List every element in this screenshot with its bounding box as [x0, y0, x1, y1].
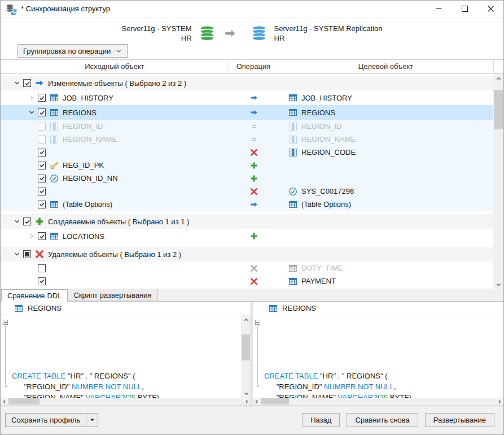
column-header-source[interactable]: Исходный объект — [1, 60, 229, 73]
chevron-down-icon[interactable] — [13, 79, 21, 87]
checkbox[interactable] — [38, 175, 46, 182]
ddl-right-table-name: REGIONS — [282, 304, 316, 312]
tree-row[interactable]: JOB_HISTORYJOB_HISTORY — [1, 90, 493, 105]
column-header-operation[interactable]: Операция — [229, 60, 278, 73]
expander-spacer — [28, 123, 36, 130]
scroll-up-arrow[interactable] — [493, 74, 503, 83]
source-object-label: REG_ID_PK — [63, 161, 104, 169]
checkbox[interactable] — [38, 188, 46, 195]
tree-row[interactable]: REGION_IDREGION_ID — [1, 120, 493, 133]
scroll-right-arrow[interactable] — [243, 398, 251, 405]
code-fold-icon[interactable] — [255, 320, 260, 325]
tab-deployment-script[interactable]: Скрипт развертывания — [68, 289, 157, 301]
source-object-label: REGION_ID — [63, 122, 103, 130]
checkbox[interactable] — [23, 79, 31, 87]
object-tree: Изменяемые объекты ( Выбрано 2 из 2 )JOB… — [1, 74, 503, 289]
checkbox[interactable] — [23, 218, 31, 225]
close-button[interactable] — [477, 1, 503, 17]
scroll-down-arrow[interactable] — [493, 280, 503, 289]
ddl-left-code[interactable]: CREATE TABLE "HR" . " REGIONS" ( "REGION… — [1, 315, 241, 398]
save-profile-dropdown-arrow[interactable] — [86, 414, 98, 427]
ddl-left-horizontal-scrollbar[interactable] — [1, 398, 251, 405]
scroll-down-arrow[interactable] — [241, 389, 251, 398]
expander-spacer — [28, 149, 36, 156]
column-header-target[interactable]: Целевой объект — [278, 60, 494, 73]
target-object-label: REGIONS — [301, 108, 335, 117]
checkbox[interactable] — [38, 264, 46, 272]
tree-row[interactable]: REGION_CODE — [1, 146, 493, 159]
tree-row[interactable]: REGION_ID_NN — [1, 172, 493, 185]
checkbox[interactable] — [38, 136, 46, 143]
chevron-down-icon[interactable] — [13, 218, 21, 225]
checkbox[interactable] — [38, 149, 46, 156]
target-object-label: PAYMENT — [301, 277, 336, 285]
table-icon — [50, 93, 59, 102]
target-schema: HR — [274, 33, 383, 43]
maximize-button[interactable] — [452, 1, 477, 17]
scrollbar-thumb[interactable] — [261, 398, 289, 404]
chevron-right-icon[interactable] — [28, 94, 36, 102]
target-connection-name: Server11g - SYSTEM Replication — [274, 24, 383, 33]
minimize-button[interactable] — [426, 1, 452, 17]
source-object-label: REGION_NAME — [63, 135, 117, 143]
delete-operation-icon — [249, 187, 258, 196]
expander-spacer — [28, 264, 36, 272]
scroll-left-arrow[interactable] — [253, 398, 261, 405]
window-title: * Синхронизация структур — [21, 5, 110, 13]
scroll-left-arrow[interactable] — [1, 398, 8, 405]
checkbox[interactable] — [38, 232, 46, 240]
save-profile-split-button[interactable]: Сохранить профиль — [5, 413, 98, 427]
tree-row[interactable]: DUTY_TIME — [1, 262, 493, 275]
checkbox[interactable] — [38, 94, 46, 102]
tree-row[interactable]: LOCATIONS — [1, 229, 493, 243]
scrollbar-thumb[interactable] — [8, 398, 40, 404]
ddl-right-horizontal-scrollbar[interactable] — [253, 398, 503, 405]
scroll-up-arrow[interactable] — [241, 315, 251, 324]
source-database-icon — [199, 25, 216, 41]
modify-operation-icon — [249, 108, 258, 117]
chevron-down-icon[interactable] — [28, 108, 36, 116]
group-by-operation-dropdown[interactable]: Группировка по операции — [17, 44, 128, 58]
expander-spacer — [28, 201, 36, 208]
modify-operation-icon — [249, 93, 258, 102]
scroll-right-arrow[interactable] — [496, 398, 503, 405]
tab-ddl-comparison[interactable]: Сравнение DDL — [1, 289, 68, 302]
table-icon — [50, 232, 59, 241]
sync-structures-app-icon — [6, 3, 17, 15]
deploy-button[interactable]: Развертывание — [425, 413, 494, 427]
checkbox[interactable] — [38, 123, 46, 130]
expander-spacer — [28, 277, 36, 285]
tree-row[interactable]: REGION_NAMEREGION_NAME — [1, 133, 493, 146]
checkbox[interactable] — [38, 277, 46, 285]
tree-vertical-scrollbar[interactable] — [493, 74, 503, 289]
tree-row[interactable]: REG_ID_PK — [1, 159, 493, 172]
scrollbar-thumb[interactable] — [242, 334, 250, 360]
target-database-icon — [251, 25, 268, 41]
checkbox[interactable] — [38, 162, 46, 169]
chevron-right-icon[interactable] — [28, 232, 36, 240]
compare-again-button[interactable]: Сравнить снова — [347, 413, 418, 427]
ddl-right-code[interactable]: CREATE TABLE "HR" . " REGIONS" ( "REGION… — [253, 315, 503, 398]
tree-row[interactable]: SYS_C0017296 — [1, 185, 493, 198]
back-button[interactable]: Назад — [302, 413, 340, 427]
tree-row[interactable]: REGIONSREGIONS — [1, 105, 493, 120]
tree-row[interactable]: (Table Options)(Table Options) — [1, 198, 493, 211]
tree-group-row[interactable]: Изменяемые объекты ( Выбрано 2 из 2 ) — [1, 76, 493, 90]
expander-spacer — [28, 162, 36, 169]
checkbox[interactable] — [23, 250, 31, 258]
ddl-left-vertical-scrollbar[interactable] — [241, 315, 251, 398]
code-fold-icon[interactable] — [3, 320, 8, 325]
checkbox[interactable] — [38, 108, 46, 116]
tree-group-row[interactable]: Удаляемые объекты ( Выбрано 1 из 2 ) — [1, 247, 493, 262]
table-icon — [269, 304, 278, 313]
code-fold-corner — [257, 386, 260, 387]
source-object-label: (Table Options) — [63, 200, 112, 208]
source-connection-name: Server11g - SYSTEM — [122, 24, 192, 33]
checkbox[interactable] — [38, 201, 46, 208]
scrollbar-thumb[interactable] — [494, 90, 503, 129]
chevron-down-icon[interactable] — [13, 250, 21, 258]
tree-row[interactable]: PAYMENT — [1, 275, 493, 288]
source-schema: HR — [122, 33, 192, 43]
tree-group-row[interactable]: Создаваемые объекты ( Выбрано 1 из 1 ) — [1, 214, 493, 229]
save-profile-button[interactable]: Сохранить профиль — [6, 414, 86, 427]
